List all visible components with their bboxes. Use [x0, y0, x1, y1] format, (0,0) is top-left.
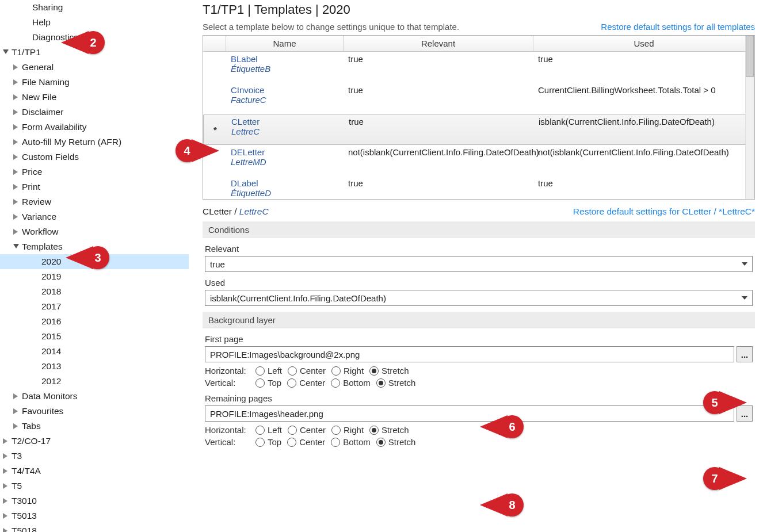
tree-item[interactable]: Help [0, 15, 189, 30]
tree-item[interactable]: General [0, 60, 189, 75]
tree-expand-icon[interactable] [2, 483, 9, 489]
tree-item[interactable]: Auto-fill My Return (AFR) [0, 135, 189, 150]
grid-col-mark[interactable] [203, 36, 226, 51]
radio-option[interactable]: Top [255, 378, 281, 388]
tree-item[interactable]: T3 [0, 449, 189, 464]
tree-item[interactable]: T5013 [0, 508, 189, 523]
restore-template-link[interactable]: Restore default settings for CLetter / *… [573, 206, 755, 217]
restore-all-link[interactable]: Restore default settings for all templat… [601, 22, 755, 32]
grid-body[interactable]: BLabelÉtiquetteBtruetrueCInvoiceFactureC… [203, 52, 754, 199]
tree-item[interactable]: T3010 [0, 493, 189, 508]
radio-option[interactable]: Bottom [331, 378, 371, 388]
radio-option[interactable]: Top [255, 437, 281, 447]
tree-expand-icon[interactable] [13, 124, 20, 131]
tree-item[interactable]: T2/CO-17 [0, 434, 189, 449]
tree-expand-icon[interactable] [13, 198, 20, 205]
tree-item[interactable]: 2012 [0, 374, 189, 389]
radio-option[interactable]: Center [287, 437, 325, 447]
radio-option[interactable]: Center [288, 366, 326, 376]
tree-item[interactable]: Sharing [0, 0, 189, 15]
tree-expand-icon[interactable] [2, 438, 9, 445]
remaining-path-input[interactable]: PROFILE:Images\header.png [205, 405, 734, 422]
radio-option[interactable]: Center [288, 425, 326, 435]
svg-marker-13 [13, 244, 19, 248]
tree-item[interactable]: T5018 [0, 523, 189, 532]
grid-col-used[interactable]: Used [533, 36, 754, 51]
tree-expand-icon[interactable] [13, 139, 20, 146]
tree-item[interactable]: Workflow [0, 224, 189, 239]
tree-expand-icon[interactable] [13, 408, 20, 415]
radio-option[interactable]: Left [255, 425, 282, 435]
radio-option[interactable]: Stretch [376, 378, 416, 388]
tree-expand-icon[interactable] [2, 468, 9, 474]
tree-expand-icon[interactable] [13, 213, 20, 220]
tree-expand-icon[interactable] [13, 423, 20, 430]
row-modified-mark [203, 54, 226, 81]
tree-item-label: Templates [22, 242, 63, 252]
tree-expand-icon[interactable] [13, 94, 20, 101]
radio-icon [255, 366, 265, 376]
tree-item[interactable]: 2018 [0, 284, 189, 299]
tree-item[interactable]: Custom Fields [0, 150, 189, 164]
tree-expand-icon[interactable] [13, 154, 20, 160]
relevant-dropdown[interactable]: true [205, 256, 753, 272]
tree-expand-icon[interactable] [13, 393, 20, 400]
tree-item[interactable]: New File [0, 90, 189, 105]
tree-item[interactable]: 2016 [0, 314, 189, 329]
scroll-thumb[interactable] [746, 36, 754, 77]
grid-col-relevant[interactable]: Relevant [344, 36, 533, 51]
tree-item[interactable]: File Naming [0, 75, 189, 90]
svg-marker-18 [3, 453, 7, 459]
tree-expand-icon[interactable] [13, 183, 20, 190]
radio-option[interactable]: Right [331, 425, 364, 435]
radio-option[interactable]: Center [287, 378, 325, 388]
firstpage-browse-button[interactable]: ... [737, 346, 753, 362]
table-row[interactable]: DELetterLettreMDnot(isblank(CurrentClien… [203, 145, 754, 176]
tree-item[interactable]: 2017 [0, 299, 189, 314]
tree-item[interactable]: Price [0, 164, 189, 179]
tree-expand-icon[interactable] [2, 453, 9, 460]
tree-expand-icon[interactable] [13, 64, 20, 71]
svg-marker-11 [13, 214, 18, 220]
radio-option[interactable]: Bottom [331, 437, 371, 447]
tree-expand-icon[interactable] [13, 79, 20, 86]
radio-option[interactable]: Left [255, 366, 282, 376]
tree-item[interactable]: Tabs [0, 419, 189, 434]
table-row[interactable]: BLabelÉtiquetteBtruetrue [203, 52, 754, 83]
tree-item[interactable]: 2013 [0, 359, 189, 374]
radio-option[interactable]: Right [331, 366, 364, 376]
radio-option[interactable]: Stretch [369, 425, 409, 435]
tree-item[interactable]: 2019 [0, 269, 189, 284]
tree-expand-icon[interactable] [2, 512, 9, 519]
tree-item[interactable]: Form Availability [0, 120, 189, 135]
tree-expand-icon[interactable] [13, 109, 20, 116]
tree-item[interactable]: 2015 [0, 329, 189, 344]
tree-item[interactable]: T5 [0, 479, 189, 493]
tree-expand-icon[interactable] [2, 527, 9, 532]
tree-item[interactable]: Review [0, 194, 189, 209]
firstpage-path-input[interactable]: PROFILE:Images\background@2x.png [205, 346, 734, 362]
table-row[interactable]: *CLetterLettreCtrueisblank(CurrentClient… [203, 114, 754, 145]
tree-expand-icon[interactable] [13, 228, 20, 235]
radio-option[interactable]: Stretch [369, 366, 409, 376]
tree-item[interactable]: Data Monitors [0, 389, 189, 404]
tree-item[interactable]: Favourites [0, 404, 189, 419]
tree-expand-icon[interactable] [13, 169, 20, 175]
tree-collapse-icon[interactable] [13, 243, 20, 250]
svg-marker-8 [13, 169, 18, 175]
template-grid[interactable]: Name Relevant Used BLabelÉtiquetteBtruet… [203, 35, 755, 200]
callout-5: 5 [703, 391, 726, 414]
tree-collapse-icon[interactable] [2, 49, 9, 56]
grid-col-name[interactable]: Name [226, 36, 344, 51]
tree-item[interactable]: Print [0, 179, 189, 194]
radio-option[interactable]: Stretch [376, 437, 416, 447]
tree-expand-icon[interactable] [2, 497, 9, 504]
table-row[interactable]: DLabelÉtiquetteDtruetrue [203, 176, 754, 199]
tree-item[interactable]: Variance [0, 209, 189, 224]
tree-item[interactable]: T4/T4A [0, 464, 189, 479]
tree-item[interactable]: 2014 [0, 344, 189, 359]
used-dropdown[interactable]: isblank(CurrentClient.Info.Filing.DateOf… [205, 290, 753, 306]
grid-scrollbar[interactable] [745, 36, 754, 199]
tree-item[interactable]: Disclaimer [0, 105, 189, 120]
table-row[interactable]: CInvoiceFactureCtrueCurrentClient.Billin… [203, 83, 754, 114]
